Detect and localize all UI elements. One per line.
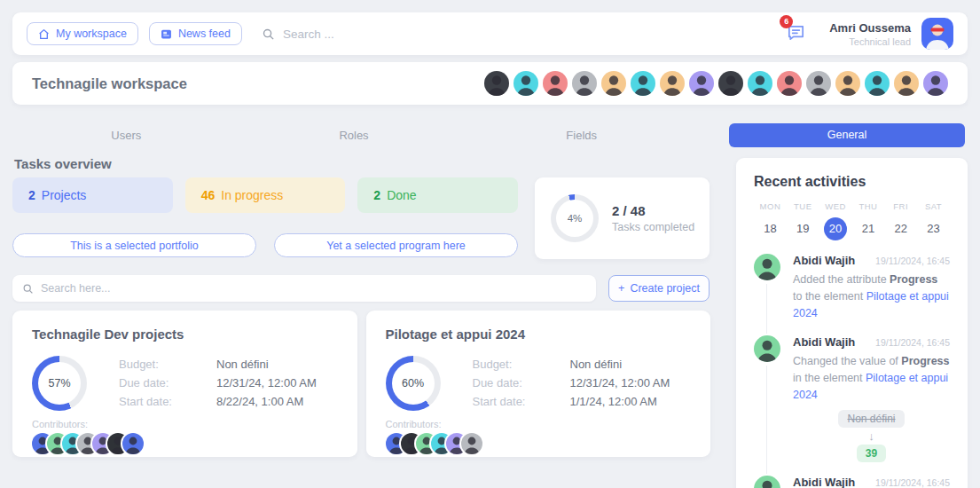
search-icon	[22, 283, 34, 295]
activity-timestamp: 19/11/2024, 16:45	[875, 256, 950, 266]
stat-done[interactable]: 2 Done	[357, 177, 518, 213]
member-avatar[interactable]	[631, 71, 655, 96]
activity-author: Abidi Wajih	[793, 476, 855, 488]
create-project-button[interactable]: + Create project	[608, 275, 710, 302]
project-field-labels: Budget: Due date: Start date:	[119, 355, 216, 411]
tab-general[interactable]: General	[729, 123, 965, 147]
member-avatar[interactable]	[777, 71, 802, 96]
workspace-bar: Technagile workspace	[12, 62, 968, 105]
stat-done-value: 2	[373, 188, 380, 202]
project-card-technagile-dev[interactable]: Technagile Dev projects 57% Budget: Due …	[12, 311, 357, 457]
user-profile[interactable]: Amri Oussema Technical lead	[829, 18, 953, 50]
member-avatar[interactable]	[601, 71, 626, 96]
news-feed-button[interactable]: News feed	[149, 22, 242, 45]
stats-row: 2 Projects 46 In progress 2 Done	[12, 177, 518, 213]
selected-portfolio-button[interactable]: This is a selected portfolio	[12, 233, 256, 257]
activity-timestamp: 19/11/2024, 16:45	[875, 477, 950, 488]
global-search-input[interactable]	[283, 28, 549, 41]
newspaper-icon	[161, 28, 172, 40]
calendar-day-sat[interactable]: SAT 23	[917, 201, 950, 240]
project-due-date: 12/31/24, 12:00 AM	[570, 374, 670, 392]
contributors-label: Contributors:	[32, 419, 338, 429]
member-avatar[interactable]	[484, 71, 509, 96]
activity-text: Changed the value of Progress in the ele…	[793, 353, 950, 404]
member-avatar[interactable]	[572, 71, 597, 96]
activity-avatar	[754, 335, 780, 362]
calendar-day-fri[interactable]: FRI 22	[884, 201, 917, 240]
stat-in-progress-label: In progress	[221, 188, 283, 202]
member-avatar[interactable]	[894, 71, 919, 96]
stat-done-label: Done	[387, 188, 416, 202]
create-project-label: Create project	[630, 282, 700, 295]
tasks-completed-caption: Tasks completed	[612, 221, 694, 233]
my-workspace-button[interactable]: My workspace	[27, 22, 138, 45]
tasks-overview-heading: Tasks overview	[14, 156, 112, 171]
user-name: Amri Oussema	[829, 21, 911, 35]
calendar-day-thu[interactable]: THU 21	[851, 201, 884, 240]
contributors-label: Contributors:	[386, 419, 692, 429]
member-avatar[interactable]	[865, 71, 890, 96]
user-role: Technical lead	[829, 36, 911, 47]
project-progress-donut: 60%	[386, 356, 441, 411]
global-search	[262, 28, 786, 41]
new-value-badge: 39	[857, 445, 886, 462]
tab-fields[interactable]: Fields	[467, 129, 695, 142]
stat-in-progress-value: 46	[201, 188, 216, 202]
member-avatar[interactable]	[514, 71, 538, 96]
contributors-avatars	[386, 433, 692, 454]
member-avatar[interactable]	[660, 71, 685, 96]
project-due-date: 12/31/24, 12:00 AM	[216, 374, 317, 392]
calendar-day-tue[interactable]: TUE 19	[787, 201, 819, 240]
notification-badge: 6	[780, 15, 793, 28]
activity-value-change: Non défini ↓ 39	[793, 410, 950, 462]
recent-activities-panel: Recent activities MON 18 TUE 19 WED 20 T…	[736, 158, 968, 488]
tasks-completed-ratio: 2 / 48	[612, 203, 694, 218]
member-avatar[interactable]	[718, 71, 743, 96]
home-icon	[38, 28, 50, 40]
project-budget: Non défini	[216, 355, 317, 374]
search-icon	[262, 28, 275, 41]
activity-item: Abidi Wajih 19/11/2024, 16:45 Added the …	[754, 254, 950, 322]
plus-icon: +	[618, 282, 624, 295]
activity-item: Abidi Wajih 19/11/2024, 16:45	[754, 476, 950, 488]
stat-projects[interactable]: 2 Projects	[12, 177, 173, 213]
project-card-pilotage[interactable]: Pilotage et appui 2024 60% Budget: Due d…	[366, 311, 711, 457]
notifications-button[interactable]: 6	[786, 22, 806, 46]
projects-search	[12, 275, 596, 302]
contributors-avatars	[32, 433, 338, 454]
project-start-date: 1/1/24, 12:00 AM	[570, 392, 670, 411]
project-field-labels: Budget: Due date: Start date:	[473, 355, 570, 411]
top-bar: My workspace News feed 6 Amri Oussema Te…	[12, 12, 968, 55]
calendar-day-wed-selected[interactable]: WED 20	[819, 201, 852, 240]
member-avatar	[461, 433, 482, 454]
old-value-badge: Non défini	[838, 410, 904, 428]
activity-avatar	[754, 476, 780, 488]
arrow-down-icon: ↓	[793, 429, 950, 443]
member-avatar[interactable]	[689, 71, 714, 96]
member-avatar[interactable]	[923, 71, 948, 96]
member-avatar	[122, 433, 144, 454]
workspace-title: Technagile workspace	[32, 75, 187, 92]
workspace-members	[484, 71, 948, 96]
stat-projects-value: 2	[28, 188, 35, 202]
activity-item: Abidi Wajih 19/11/2024, 16:45 Changed th…	[754, 335, 950, 462]
project-field-values: Non défini 12/31/24, 12:00 AM 1/1/24, 12…	[570, 355, 670, 411]
activity-author: Abidi Wajih	[793, 254, 855, 267]
tab-users[interactable]: Users	[12, 129, 240, 142]
stat-projects-label: Projects	[42, 188, 87, 202]
recent-activities-title: Recent activities	[754, 174, 950, 190]
member-avatar[interactable]	[543, 71, 568, 96]
member-avatar[interactable]	[835, 71, 860, 96]
selected-program-button[interactable]: Yet a selected program here	[274, 233, 518, 257]
project-field-values: Non défini 12/31/24, 12:00 AM 8/22/24, 1…	[216, 355, 317, 411]
member-avatar[interactable]	[806, 71, 831, 96]
tab-roles[interactable]: Roles	[240, 129, 468, 142]
calendar-day-mon[interactable]: MON 18	[754, 201, 787, 240]
stat-in-progress[interactable]: 46 In progress	[185, 177, 346, 213]
member-avatar[interactable]	[748, 71, 772, 96]
project-progress-value: 60%	[392, 362, 435, 405]
user-avatar	[921, 18, 953, 50]
projects-search-input[interactable]	[41, 282, 586, 295]
project-title: Pilotage et appui 2024	[386, 327, 692, 342]
my-workspace-label: My workspace	[56, 28, 127, 40]
